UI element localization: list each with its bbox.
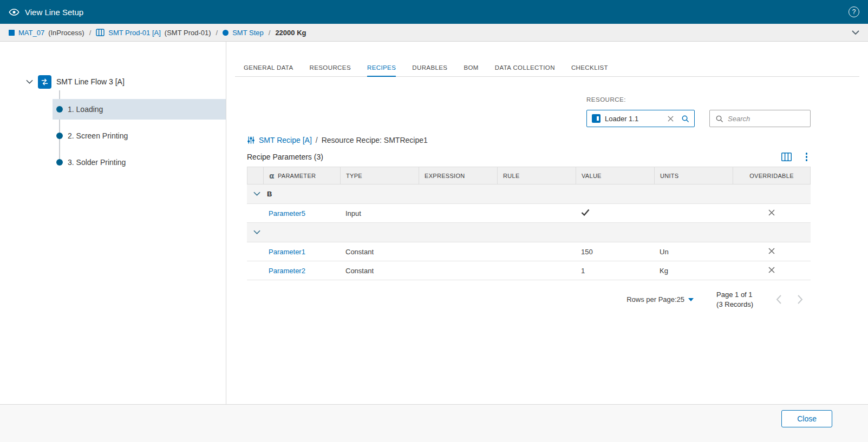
chevron-down-icon[interactable] xyxy=(852,30,859,35)
resource-icon xyxy=(592,114,601,123)
process-sub-label: (SMT Prod-01) xyxy=(165,29,211,37)
page-info: Page 1 of 1 (3 Records) xyxy=(716,290,753,309)
cell-value xyxy=(576,209,654,217)
tab-data-collection[interactable]: DATA COLLECTION xyxy=(495,64,555,76)
tab-resources[interactable]: RESOURCES xyxy=(310,64,351,76)
step-bullet-icon xyxy=(56,106,63,113)
column-type: TYPE xyxy=(341,167,419,184)
column-overridable: OVERRIDABLE xyxy=(733,167,810,184)
breadcrumb-step-link[interactable]: SMT Step xyxy=(232,29,264,37)
cell-overridable xyxy=(733,209,811,218)
footer-bar: Close xyxy=(0,404,868,442)
resource-search-icon[interactable] xyxy=(681,115,689,123)
detail-panel: GENERAL DATA RESOURCES RECIPES DURABLES … xyxy=(226,42,868,404)
recipe-breadcrumb-row: SMT Recipe [A] / Resource Recipe: SMTRec… xyxy=(247,136,811,144)
kebab-menu-icon[interactable] xyxy=(806,153,808,161)
recipes-tab-content: RESOURCE: Loader 1.1 xyxy=(247,96,811,309)
sliders-icon xyxy=(247,136,255,144)
view-eye-icon xyxy=(9,8,19,16)
column-label: PARAMETER xyxy=(278,173,316,179)
breadcrumb-separator: / xyxy=(269,29,271,37)
chevron-down-icon[interactable] xyxy=(253,230,260,235)
cell-type: Constant xyxy=(340,248,419,256)
tab-durables[interactable]: DURABLES xyxy=(412,64,447,76)
tab-recipes[interactable]: RECIPES xyxy=(367,64,396,77)
tree-step-screen-printing[interactable]: 2. Screen Printing xyxy=(53,126,226,146)
breadcrumb-separator: / xyxy=(89,29,92,37)
breadcrumb: MAT_07 (InProcess) / SMT Prod-01 [A] (SM… xyxy=(0,24,868,42)
help-icon[interactable]: ? xyxy=(849,6,859,17)
check-icon xyxy=(581,209,590,217)
resource-filter-row: RESOURCE: Loader 1.1 xyxy=(247,96,811,127)
step-icon xyxy=(223,30,229,36)
previous-page-icon[interactable] xyxy=(776,295,781,304)
breadcrumb-separator: / xyxy=(216,29,218,37)
pagination: Rows per Page:25 Page 1 of 1 (3 Records) xyxy=(247,290,811,309)
search-box xyxy=(709,110,811,127)
flow-tree-panel: SMT Line Flow 3 [A] 1. Loading 2. Screen… xyxy=(0,42,226,404)
group-row-ungrouped[interactable] xyxy=(247,223,811,242)
table-header-row: Recipe Parameters (3) xyxy=(247,153,811,161)
tab-bar: GENERAL DATA RESOURCES RECIPES DURABLES … xyxy=(235,64,859,77)
x-mark-icon xyxy=(768,266,775,275)
cell-type: Input xyxy=(340,209,419,217)
cell-overridable xyxy=(733,266,811,275)
material-icon xyxy=(9,30,15,36)
search-input[interactable] xyxy=(728,115,805,123)
breadcrumb-material-link[interactable]: MAT_07 xyxy=(18,29,44,37)
step-bullet-icon xyxy=(56,133,63,139)
cell-type: Constant xyxy=(340,267,419,275)
tree-step-label: 2. Screen Printing xyxy=(68,131,128,140)
tree-step-solder-printing[interactable]: 3. Solder Printing xyxy=(53,152,226,173)
tree-step-label: 1. Loading xyxy=(68,105,103,114)
column-rule: RULE xyxy=(498,167,576,184)
next-page-icon[interactable] xyxy=(798,295,803,304)
caret-down-icon xyxy=(688,298,694,301)
x-mark-icon xyxy=(768,209,775,218)
breadcrumb-process-link[interactable]: SMT Prod-01 [A] xyxy=(108,29,161,37)
cell-units: Un xyxy=(654,248,733,256)
flow-icon xyxy=(38,75,51,89)
chevron-down-icon[interactable] xyxy=(26,80,33,84)
clear-icon[interactable] xyxy=(667,115,675,123)
recipe-link[interactable]: SMT Recipe [A] xyxy=(259,136,312,144)
column-expression: EXPRESSION xyxy=(419,167,498,184)
rows-per-page-label: Rows per Page:25 xyxy=(626,295,684,304)
page-number-label: Page 1 of 1 xyxy=(716,290,753,300)
process-icon xyxy=(96,29,105,36)
column-parameter: α PARAMETER xyxy=(264,167,341,184)
recipe-parameters-table: α PARAMETER TYPE EXPRESSION RULE VALUE U… xyxy=(247,167,811,280)
expand-column-header xyxy=(247,167,264,184)
chevron-down-icon[interactable] xyxy=(253,192,260,196)
resource-recipe-name: Resource Recipe: SMTRecipe1 xyxy=(322,136,428,144)
table-column-headers: α PARAMETER TYPE EXPRESSION RULE VALUE U… xyxy=(247,167,811,184)
cell-units: Kg xyxy=(654,267,733,275)
tab-bom[interactable]: BOM xyxy=(464,64,478,76)
cell-value: 1 xyxy=(576,267,654,275)
resource-combobox[interactable]: Loader 1.1 xyxy=(586,110,695,127)
page-title: View Line Setup xyxy=(25,8,83,17)
column-chooser-icon[interactable] xyxy=(781,153,792,161)
resource-label: RESOURCE: xyxy=(586,96,695,103)
column-value: VALUE xyxy=(576,167,655,184)
rows-per-page-dropdown[interactable]: Rows per Page:25 xyxy=(626,295,694,304)
record-count-label: (3 Records) xyxy=(716,300,753,309)
table-row-parameter2: Parameter2 Constant 1 Kg xyxy=(247,261,811,280)
recipe-separator: / xyxy=(316,136,318,144)
parameter-link[interactable]: Parameter2 xyxy=(269,267,305,275)
tab-general-data[interactable]: GENERAL DATA xyxy=(244,64,293,76)
parameter-link[interactable]: Parameter5 xyxy=(269,209,305,217)
tree-root-label: SMT Line Flow 3 [A] xyxy=(56,77,125,86)
close-button[interactable]: Close xyxy=(781,410,832,427)
material-status: (InProcess) xyxy=(48,29,84,37)
cell-overridable xyxy=(733,247,811,256)
tree-step-loading[interactable]: 1. Loading xyxy=(53,99,226,120)
tab-checklist[interactable]: CHECKLIST xyxy=(571,64,608,76)
tree-step-label: 3. Solder Printing xyxy=(68,158,126,167)
tree-root-flow[interactable]: SMT Line Flow 3 [A] xyxy=(0,73,226,90)
resource-value: Loader 1.1 xyxy=(605,115,662,123)
parameter-link[interactable]: Parameter1 xyxy=(269,248,305,256)
group-row-b[interactable]: B xyxy=(247,184,811,204)
x-mark-icon xyxy=(768,247,775,256)
table-title: Recipe Parameters (3) xyxy=(247,153,323,161)
